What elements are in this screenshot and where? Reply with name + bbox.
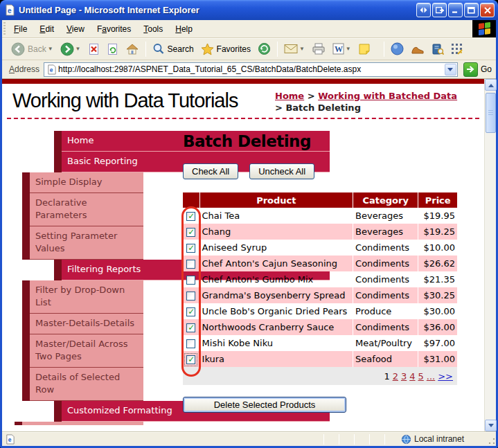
- sidebar-item-setting-parameter-values[interactable]: Setting Parameter Values: [15, 226, 143, 260]
- go-area: Go: [463, 62, 492, 77]
- menu-help[interactable]: Help: [169, 22, 199, 36]
- sidebar-item-declarative-parameters[interactable]: Declarative Parameters: [15, 193, 143, 226]
- pager-next-link[interactable]: >>: [438, 371, 453, 382]
- window-popout-button[interactable]: [432, 3, 447, 17]
- mail-icon: [284, 44, 298, 54]
- checkbox-cell: [183, 256, 199, 271]
- breadcrumb-home-link[interactable]: Home: [275, 91, 304, 101]
- sidebar-item-cutoff: [15, 422, 143, 425]
- scroll-up-button[interactable]: [485, 79, 497, 91]
- sidebar-item-stripe: [22, 314, 30, 334]
- vertical-scrollbar[interactable]: [484, 79, 496, 431]
- product-cell: Chef Anton's Gumbo Mix: [199, 271, 353, 287]
- check-all-button[interactable]: Check All: [183, 163, 238, 179]
- sidebar-item-master-detail-across-two-pages[interactable]: Master/Detail Across Two Pages: [15, 334, 143, 368]
- title-bar: e Untitled Page - Microsoft Internet Exp…: [0, 0, 498, 20]
- edit-dropdown-icon[interactable]: ▼: [346, 46, 351, 52]
- sidebar-item-label: Master/Detail Across Two Pages: [30, 334, 143, 368]
- toolbar-separator: [277, 42, 278, 57]
- menu-grip[interactable]: [3, 22, 6, 35]
- row-checkbox[interactable]: [186, 323, 195, 332]
- pager-page-link[interactable]: 3: [401, 371, 407, 382]
- scrollbar-thumb[interactable]: [486, 93, 496, 133]
- address-input[interactable]: [57, 64, 445, 74]
- close-button[interactable]: [480, 3, 495, 17]
- sidebar-item-label: Filter by Drop-Down List: [30, 280, 143, 314]
- resize-grip[interactable]: [487, 432, 496, 446]
- sidebar-item-master-details-details[interactable]: Master-Details-Details: [15, 314, 143, 334]
- pager-page-link[interactable]: 2: [393, 371, 398, 382]
- encoding-grid-icon: [451, 43, 463, 55]
- sidebar-item-stripe: [22, 172, 30, 193]
- favorites-button[interactable]: Favorites: [197, 41, 254, 57]
- sidebar-item-details-of-selected-row[interactable]: Details of Selected Row: [15, 368, 143, 401]
- encoding-button[interactable]: [447, 41, 467, 57]
- forward-button[interactable]: ▼: [57, 40, 85, 58]
- pager-page-link[interactable]: 5: [418, 371, 424, 382]
- ie-window: e Untitled Page - Microsoft Internet Exp…: [0, 0, 498, 448]
- mail-dropdown-icon[interactable]: ▼: [299, 46, 305, 52]
- popout-icon: [436, 7, 444, 14]
- address-dropdown-button[interactable]: [445, 64, 456, 75]
- row-checkbox[interactable]: [186, 339, 195, 348]
- row-checkbox[interactable]: [186, 307, 195, 316]
- menu-favorites[interactable]: Favorites: [91, 22, 137, 36]
- edit-with-word-button[interactable]: W ▼: [329, 41, 355, 57]
- menu-file[interactable]: File: [8, 22, 33, 36]
- plugin-button[interactable]: [407, 42, 428, 57]
- checkbox-cell: [183, 240, 199, 256]
- table-row: Chef Anton's Gumbo MixCondiments$21.35: [183, 271, 457, 287]
- notes-button[interactable]: [355, 41, 374, 57]
- window-arrows-button[interactable]: [416, 3, 431, 17]
- delete-selected-button[interactable]: Delete Selected Products: [183, 397, 346, 413]
- address-combo[interactable]: e: [44, 62, 458, 77]
- row-checkbox[interactable]: [186, 292, 195, 301]
- sidebar-item-filter-by-drop-down-list[interactable]: Filter by Drop-Down List: [15, 280, 143, 314]
- research-button[interactable]: [428, 41, 447, 57]
- menu-view[interactable]: View: [60, 22, 91, 36]
- minimize-button[interactable]: [448, 3, 463, 17]
- home-button[interactable]: [122, 41, 143, 57]
- history-button[interactable]: [254, 40, 274, 57]
- row-checkbox[interactable]: [186, 228, 195, 237]
- search-button[interactable]: Search: [149, 41, 197, 57]
- row-checkbox[interactable]: [186, 355, 195, 364]
- row-checkbox[interactable]: [186, 260, 195, 269]
- shoe-icon: [411, 44, 425, 55]
- print-button[interactable]: [308, 41, 329, 57]
- forward-icon: [60, 42, 74, 56]
- row-checkbox[interactable]: [186, 276, 195, 285]
- sidebar-item-stripe: [22, 280, 30, 314]
- menu-tools[interactable]: Tools: [137, 22, 169, 36]
- row-checkbox[interactable]: [186, 244, 195, 253]
- back-dropdown-icon[interactable]: ▼: [48, 46, 53, 52]
- forward-dropdown-icon[interactable]: ▼: [75, 46, 81, 52]
- price-cell: $30.00: [418, 303, 457, 319]
- uncheck-all-button[interactable]: Uncheck All: [249, 163, 314, 179]
- maximize-button[interactable]: [464, 3, 479, 17]
- pager-page-link[interactable]: 4: [409, 371, 415, 382]
- row-checkbox[interactable]: [186, 212, 195, 221]
- sidebar-item-simple-display[interactable]: Simple Display: [15, 172, 143, 193]
- browser-viewport: Working with Data Tutorials Home > Worki…: [2, 79, 496, 431]
- svg-text:W: W: [335, 44, 343, 54]
- breadcrumb-separator: >: [308, 91, 315, 101]
- header-dashed-divider: [7, 118, 479, 119]
- standard-toolbar: Back ▼ ▼: [2, 38, 496, 60]
- menu-edit[interactable]: Edit: [33, 22, 60, 36]
- back-button[interactable]: Back ▼: [8, 40, 57, 58]
- windows-logo-icon: [472, 20, 496, 37]
- messenger-button[interactable]: [387, 40, 407, 57]
- back-icon: [11, 42, 25, 56]
- go-button[interactable]: [463, 62, 478, 77]
- mail-button[interactable]: ▼: [281, 42, 308, 56]
- category-cell: Beverages: [353, 208, 418, 224]
- table-row: Mishi Kobe NikuMeat/Poultry$97.00: [183, 335, 457, 351]
- breadcrumb-section-link[interactable]: Working with Batched Data: [318, 91, 457, 101]
- stop-button[interactable]: [85, 41, 103, 57]
- pager-row: 12345...>>: [183, 367, 457, 385]
- scroll-down-button[interactable]: [485, 420, 497, 431]
- pager-ellipsis-link[interactable]: ...: [427, 371, 435, 382]
- status-divider: [369, 434, 370, 445]
- refresh-button[interactable]: [103, 41, 122, 57]
